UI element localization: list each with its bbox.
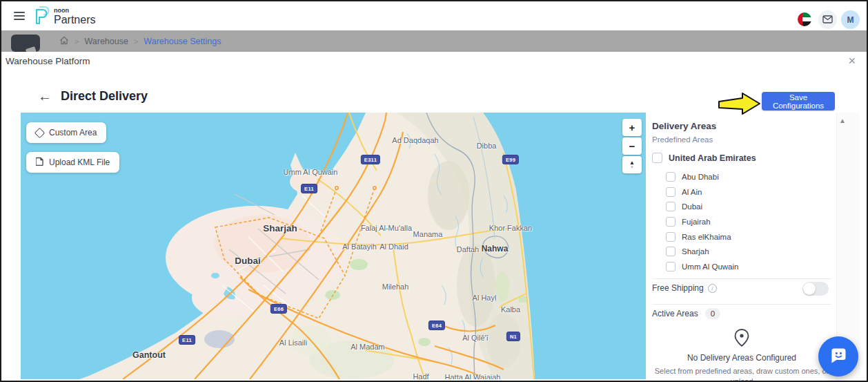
breadcrumb-warehouse[interactable]: Warehouse	[84, 37, 128, 46]
country-checkbox[interactable]	[652, 153, 662, 163]
map-place-label: Al Dhaid	[379, 242, 408, 251]
breadcrumb-bar: > Warehouse > Warehouse Settings	[1, 30, 867, 52]
map-place-label: Sharjah	[263, 223, 297, 233]
messages-button[interactable]	[818, 10, 837, 29]
city-checkbox-row[interactable]: Al Ain	[666, 184, 738, 200]
city-label: Al Ain	[682, 188, 702, 196]
info-icon[interactable]: i	[708, 284, 717, 293]
tilt-control-button[interactable]: ▲▼	[622, 156, 642, 173]
city-label: Dubai	[682, 202, 702, 211]
map-place-label: Dubai	[235, 256, 261, 266]
map-place-label: Falaj Al-Mu'alla	[361, 224, 412, 232]
empty-state-subtext-line1: Select from predefined areas, draw custo…	[655, 367, 829, 382]
city-checkbox[interactable]	[666, 217, 675, 227]
map-place-label: Milehah	[382, 283, 409, 291]
map-place-label: Ras Al Khaimah	[366, 113, 428, 113]
zoom-out-button[interactable]: −	[622, 137, 642, 155]
city-checkbox-row[interactable]: Sharjah	[666, 244, 738, 259]
save-configurations-button[interactable]: Save Configurations	[762, 92, 835, 111]
envelope-icon	[822, 14, 833, 26]
user-avatar[interactable]: M	[841, 10, 860, 29]
back-arrow-icon[interactable]: ←	[38, 88, 52, 104]
uae-flag-icon[interactable]	[798, 12, 811, 26]
panel-title: Delivery Areas	[652, 121, 716, 131]
map-place-label: Nahwa	[482, 244, 509, 254]
home-icon[interactable]	[59, 36, 69, 47]
map-place-label: Umm Al Quwain	[284, 168, 338, 176]
city-checkbox[interactable]	[666, 202, 675, 211]
city-checkbox-row[interactable]: Ras elKhaima	[666, 229, 738, 245]
close-icon[interactable]: ×	[848, 54, 856, 68]
zoom-in-button[interactable]: +	[622, 119, 642, 136]
city-label: Ras elKhaima	[682, 233, 731, 241]
road-badge: E11	[301, 184, 317, 193]
country-checkbox-row[interactable]: United Arab Emirates	[652, 153, 756, 163]
chat-bubble-icon	[829, 345, 848, 367]
country-label: United Arab Emirates	[669, 153, 756, 163]
empty-state: No Delivery Areas Configured Select from…	[652, 328, 831, 382]
map-place-label: Gantout	[132, 350, 166, 360]
free-shipping-row: Free Shipping i	[652, 283, 717, 293]
hamburger-menu-icon[interactable]	[14, 12, 25, 21]
polygon-draw-icon	[34, 127, 46, 138]
map-place-label: Kalba	[501, 305, 520, 314]
road-badge: E311	[361, 155, 380, 164]
city-label: Fujairah	[682, 218, 711, 226]
city-label: Sharjah	[682, 247, 709, 256]
predefined-areas-label: Predefined Areas	[652, 135, 713, 144]
active-areas-count-badge: 0	[705, 308, 720, 319]
city-checkbox-row[interactable]: Abu Dhabi	[666, 169, 738, 184]
city-label: Abu Dhabi	[682, 173, 719, 181]
file-icon	[36, 157, 43, 168]
upload-kml-label: Upload KML File	[49, 157, 110, 167]
map-zoom-controls: + − ▲▼	[622, 119, 642, 173]
map-place-label: Al Qilē'ī	[462, 334, 489, 342]
divider	[652, 278, 831, 279]
divider	[652, 304, 831, 305]
map-place-label: Manama	[413, 230, 443, 238]
page-title: Direct Delivery	[61, 89, 148, 104]
map-place-label: Dibba	[477, 142, 497, 150]
background-app-icon	[11, 35, 40, 52]
noon-partners-logo[interactable]: noon Partners	[32, 5, 95, 28]
breadcrumb-warehouse-settings[interactable]: Warehouse Settings	[144, 37, 221, 46]
map-place-label: Hatta Al Wajajah	[445, 373, 501, 379]
road-badge: N1	[506, 332, 520, 341]
free-shipping-toggle[interactable]	[802, 282, 829, 296]
annotation-arrow-icon	[718, 93, 762, 119]
city-checkbox[interactable]	[666, 247, 675, 256]
custom-area-label: Custom Area	[49, 128, 97, 137]
active-areas-label: Active Areas	[652, 309, 698, 318]
logo-noon-text: noon	[54, 8, 95, 14]
city-label: Umm Al Quwain	[682, 262, 738, 271]
road-badge: E64	[428, 321, 445, 330]
city-checkbox[interactable]	[666, 262, 675, 271]
city-checkbox-row[interactable]: Fujairah	[666, 214, 738, 229]
map-place-label: Al Hayl	[473, 294, 497, 302]
scroll-up-arrow-icon[interactable]: ▲	[839, 117, 846, 124]
sheet-title: Warehouse Platform	[6, 56, 90, 66]
map-place-label: Al Batayih	[342, 242, 377, 251]
map-place-label: Hadf	[413, 372, 428, 379]
breadcrumb-separator: >	[75, 37, 79, 46]
road-badge: E66	[270, 304, 287, 314]
city-checkbox-row[interactable]: Dubai	[666, 199, 738, 214]
city-checkbox[interactable]	[666, 232, 675, 242]
custom-area-button[interactable]: Custom Area	[26, 122, 106, 143]
road-badge: E99	[502, 155, 519, 164]
breadcrumb: > Warehouse > Warehouse Settings	[59, 30, 221, 52]
active-areas-row: Active Areas 0	[652, 308, 720, 319]
top-bar: noon Partners M	[1, 1, 867, 31]
logo-partners-text: Partners	[54, 15, 95, 26]
delivery-map[interactable]: Ras Al KhaimahAd DaqdaqahDibbaUmm Al Quw…	[21, 113, 646, 379]
city-checkbox[interactable]	[666, 172, 675, 182]
city-checkbox-row[interactable]: Umm Al Quwain	[666, 259, 738, 274]
empty-state-title: No Delivery Areas Configured	[652, 353, 831, 363]
chat-support-button[interactable]	[818, 336, 858, 376]
noon-logo-icon	[32, 5, 50, 28]
city-list: Abu DhabiAl AinDubaiFujairahRas elKhaima…	[666, 169, 738, 274]
map-place-label: Khor Fakkan	[489, 224, 532, 232]
map-pin-icon	[733, 328, 750, 350]
upload-kml-button[interactable]: Upload KML File	[26, 152, 119, 173]
city-checkbox[interactable]	[666, 187, 675, 197]
